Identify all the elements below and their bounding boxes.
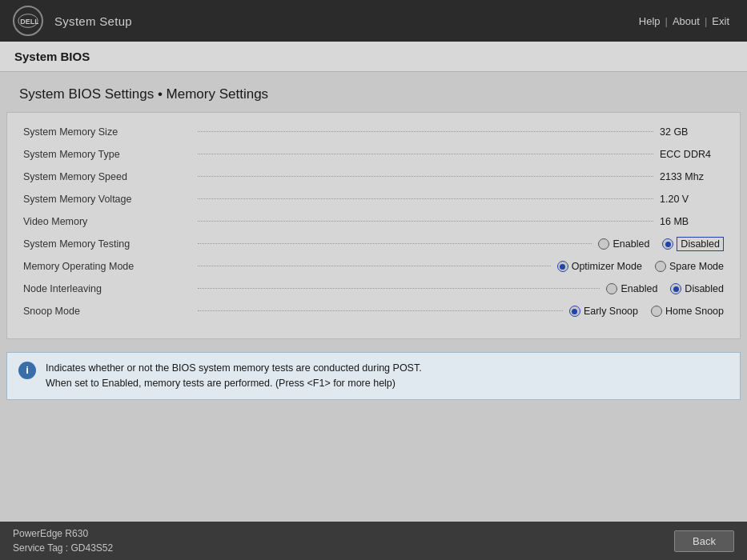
radio-circle-spare: [655, 261, 666, 272]
dots-video-memory: [198, 221, 653, 222]
dots-memory-speed: [198, 176, 653, 177]
label-memory-voltage: System Memory Voltage: [23, 194, 191, 205]
label-node-interleaving: Node Interleaving: [23, 283, 191, 294]
label-video-memory: Video Memory: [23, 216, 191, 227]
setting-row-memory-testing: System Memory Testing Enabled Disabled: [23, 233, 724, 255]
radio-option-ni-enabled[interactable]: Enabled: [606, 283, 657, 294]
value-memory-size: 32 GB: [660, 126, 724, 138]
footer-model: PowerEdge R630: [13, 526, 113, 541]
radio-label-enabled: Enabled: [612, 238, 649, 250]
label-operating-mode: Memory Operating Mode: [23, 261, 191, 272]
radio-snoop-mode: Early Snoop Home Snoop: [569, 306, 724, 317]
label-memory-speed: System Memory Speed: [23, 171, 191, 182]
setting-row-memory-type: System Memory Type ECC DDR4: [23, 143, 724, 166]
radio-option-home-snoop[interactable]: Home Snoop: [651, 306, 724, 317]
value-memory-speed: 2133 Mhz: [660, 171, 724, 182]
label-memory-type: System Memory Type: [23, 149, 191, 160]
radio-option-disabled[interactable]: Disabled: [662, 237, 724, 251]
radio-label-spare: Spare Mode: [669, 261, 724, 272]
radio-label-disabled: Disabled: [677, 237, 724, 251]
info-icon: i: [18, 362, 36, 379]
dots-node-interleaving: [198, 288, 600, 289]
info-line2: When set to Enabled, memory tests are pe…: [46, 378, 396, 389]
radio-circle-ni-enabled: [606, 283, 617, 294]
dots-snoop-mode: [198, 310, 563, 311]
radio-label-home-snoop: Home Snoop: [665, 306, 724, 317]
radio-circle-ni-disabled: [670, 283, 681, 294]
info-box: i Indicates whether or not the BIOS syst…: [6, 352, 741, 400]
setting-row-node-interleaving: Node Interleaving Enabled Disabled: [23, 278, 724, 300]
setting-row-memory-voltage: System Memory Voltage 1.20 V: [23, 188, 724, 210]
radio-circle-optimizer: [557, 261, 568, 272]
label-memory-testing: System Memory Testing: [23, 238, 191, 250]
radio-label-optimizer: Optimizer Mode: [572, 261, 642, 272]
dots-memory-size: [198, 131, 653, 132]
dell-logo: DELL: [13, 6, 43, 36]
exit-link[interactable]: Exit: [707, 15, 734, 27]
value-memory-type: ECC DDR4: [660, 149, 724, 160]
svg-text:DELL: DELL: [20, 18, 38, 26]
setting-row-memory-size: System Memory Size 32 GB: [23, 121, 724, 143]
header-left: DELL System Setup: [13, 6, 132, 36]
info-line1: Indicates whether or not the BIOS system…: [46, 362, 422, 374]
value-video-memory: 16 MB: [660, 216, 724, 227]
main-content: System BIOS Settings • Memory Settings S…: [0, 72, 747, 400]
radio-circle-home-snoop: [651, 306, 662, 317]
setting-row-video-memory: Video Memory 16 MB: [23, 210, 724, 233]
help-link[interactable]: Help: [634, 15, 665, 27]
dots-memory-voltage: [198, 198, 653, 199]
settings-area: System Memory Size 32 GB System Memory T…: [6, 112, 741, 339]
value-memory-voltage: 1.20 V: [660, 194, 724, 205]
radio-memory-testing: Enabled Disabled: [598, 237, 724, 251]
radio-label-early-snoop: Early Snoop: [584, 306, 638, 317]
label-memory-size: System Memory Size: [23, 126, 191, 138]
setting-row-operating-mode: Memory Operating Mode Optimizer Mode Spa…: [23, 255, 724, 278]
dots-memory-testing: [198, 243, 592, 244]
header-title: System Setup: [54, 14, 132, 28]
radio-label-ni-enabled: Enabled: [620, 283, 657, 294]
header-bar: DELL System Setup Help | About | Exit: [0, 0, 747, 42]
radio-operating-mode: Optimizer Mode Spare Mode: [557, 261, 724, 272]
radio-circle-disabled: [662, 238, 673, 250]
dots-memory-type: [198, 154, 653, 154]
footer-service-tag: Service Tag : GD43S52: [13, 541, 113, 555]
about-link[interactable]: About: [668, 15, 705, 27]
header-right: Help | About | Exit: [634, 15, 734, 27]
setting-row-memory-speed: System Memory Speed 2133 Mhz: [23, 166, 724, 188]
bios-section-title: System BIOS: [14, 50, 90, 63]
radio-circle-early-snoop: [569, 306, 580, 317]
radio-option-spare[interactable]: Spare Mode: [655, 261, 724, 272]
footer: PowerEdge R630 Service Tag : GD43S52 Bac…: [0, 522, 747, 560]
radio-node-interleaving: Enabled Disabled: [606, 283, 724, 294]
radio-option-ni-disabled[interactable]: Disabled: [670, 283, 724, 294]
bios-section-header: System BIOS: [0, 42, 747, 72]
back-button[interactable]: Back: [674, 530, 734, 552]
radio-option-enabled[interactable]: Enabled: [598, 238, 649, 250]
dots-operating-mode: [198, 266, 551, 266]
footer-left: PowerEdge R630 Service Tag : GD43S52: [13, 526, 113, 555]
radio-circle-enabled: [598, 238, 609, 250]
settings-page-title: System BIOS Settings • Memory Settings: [0, 72, 747, 112]
setting-row-snoop-mode: Snoop Mode Early Snoop Home Snoop: [23, 300, 724, 322]
label-snoop-mode: Snoop Mode: [23, 306, 191, 317]
radio-option-early-snoop[interactable]: Early Snoop: [569, 306, 638, 317]
radio-label-ni-disabled: Disabled: [685, 283, 724, 294]
radio-option-optimizer[interactable]: Optimizer Mode: [557, 261, 642, 272]
info-text: Indicates whether or not the BIOS system…: [46, 361, 422, 391]
